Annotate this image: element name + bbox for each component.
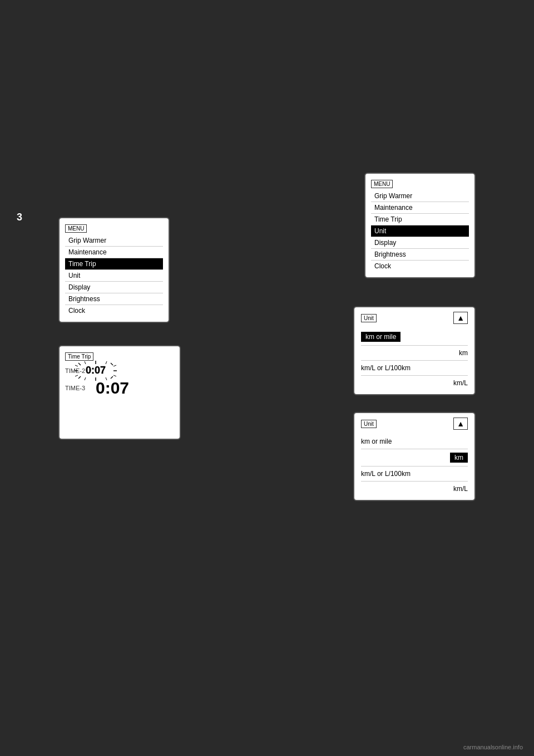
svg-text:0:07: 0:07 [86, 365, 106, 376]
kml-label-1: km/L or L/100km [361, 364, 411, 372]
page-number: 3 [17, 212, 22, 223]
km-label-selected: km [450, 453, 468, 463]
menu-panel-unit: MENU Grip Warmer Maintenance Time Trip U… [364, 173, 476, 278]
kml-row-2[interactable]: km/L or L/100km [361, 470, 468, 482]
menu-item-grip-warmer-3[interactable]: Grip Warmer [371, 190, 469, 202]
svg-line-5 [111, 363, 113, 365]
up-arrow-2[interactable]: ▲ [453, 418, 468, 430]
km-or-mile-label-2: km or mile [361, 438, 392, 445]
unit-tag-1: Unit [361, 314, 377, 322]
svg-line-12 [75, 375, 78, 376]
time2-row: TIME-2 0:07 [65, 367, 174, 374]
svg-line-10 [75, 365, 78, 366]
kml-val-label-2: km/L [453, 485, 468, 493]
kml-label-2: km/L or L/100km [361, 470, 411, 478]
km-or-mile-row-2[interactable]: km or mile [361, 438, 468, 449]
svg-line-6 [78, 376, 81, 379]
menu-item-grip-warmer-1[interactable]: Grip Warmer [65, 235, 163, 247]
svg-line-9 [106, 361, 107, 364]
menu-item-unit-3[interactable]: Unit [371, 225, 469, 237]
menu-item-brightness-1[interactable]: Brightness [65, 293, 163, 305]
km-label-1: km [459, 349, 468, 357]
svg-line-7 [111, 376, 113, 379]
menu-item-display-3[interactable]: Display [371, 237, 469, 249]
svg-line-11 [113, 365, 116, 366]
svg-line-14 [85, 377, 86, 380]
unit-panel-2: Unit ▲ km or mile km km/L or L/100km km/… [353, 412, 476, 501]
svg-line-15 [106, 377, 107, 380]
kml-val-row-1[interactable]: km/L [361, 379, 468, 387]
unit-panel-1: Unit ▲ km or mile km km/L or L/100km km/… [353, 306, 476, 395]
menu-item-timetrip-3[interactable]: Time Trip [371, 214, 469, 225]
svg-line-13 [113, 375, 116, 376]
menu-item-clock-3[interactable]: Clock [371, 261, 469, 272]
timetrip-panel: Time Trip TIME-2 [58, 345, 181, 440]
menu-item-clock-1[interactable]: Clock [65, 305, 163, 316]
km-or-mile-label-selected: km or mile [361, 332, 400, 342]
km-or-mile-row-1[interactable]: km or mile [361, 332, 468, 346]
unit-tag-row-1: Unit ▲ [361, 312, 468, 324]
menu-tag-1: MENU [65, 224, 87, 233]
menu-panel-timetrip: MENU Grip Warmer Maintenance Time Trip U… [58, 217, 170, 323]
menu-tag-3: MENU [371, 180, 393, 188]
kml-val-row-2[interactable]: km/L [361, 485, 468, 493]
menu-item-maintenance-1[interactable]: Maintenance [65, 247, 163, 258]
kml-val-label-1: km/L [453, 379, 468, 387]
menu-item-timetrip-1[interactable]: Time Trip [65, 258, 163, 270]
menu-item-maintenance-3[interactable]: Maintenance [371, 202, 469, 214]
menu-item-brightness-3[interactable]: Brightness [371, 249, 469, 261]
up-arrow-1[interactable]: ▲ [453, 312, 468, 324]
km-row-1[interactable]: km [361, 349, 468, 361]
kml-row-1[interactable]: km/L or L/100km [361, 364, 468, 376]
svg-line-4 [78, 363, 81, 365]
menu-item-display-1[interactable]: Display [65, 282, 163, 293]
time3-label: TIME-3 [65, 385, 96, 391]
menu-item-unit-1[interactable]: Unit [65, 270, 163, 282]
km-row-2[interactable]: km [361, 453, 468, 467]
unit-tag-row-2: Unit ▲ [361, 418, 468, 430]
unit-tag-2: Unit [361, 420, 377, 428]
svg-line-8 [85, 361, 86, 364]
watermark: carmanualsonline.info [463, 744, 523, 750]
